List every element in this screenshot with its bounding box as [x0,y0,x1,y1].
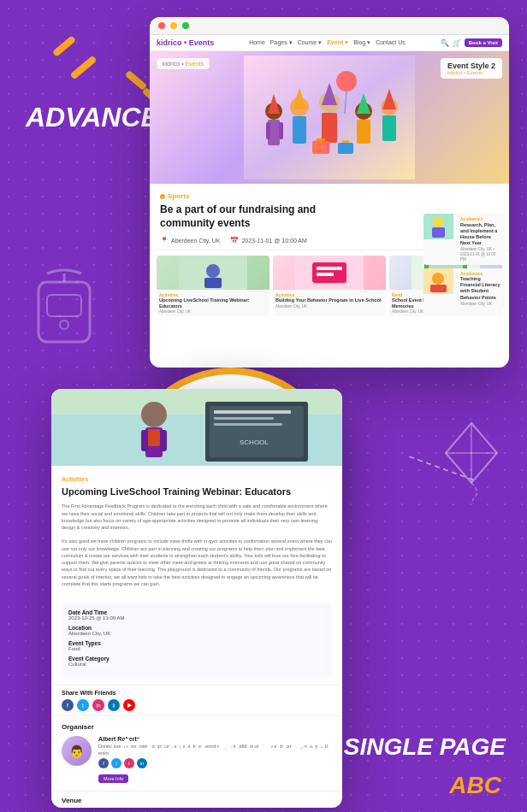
backpack-illustration [26,265,111,368]
single-hero-image: SCHOOL [51,389,342,466]
svg-rect-26 [315,140,317,154]
advanced-single-page-label: ADVANCED EVENT SINGLE PAGE [116,734,506,761]
right-thumbnail-list: Academics Research, Plan, and Implement … [423,214,509,309]
nav-pages[interactable]: Pages ▾ [270,39,293,46]
venue-title: Venue [62,797,332,804]
book-visit-button[interactable]: Book a Visit [465,38,502,47]
event-list-browser-card: kidrico • Events Home Pages ▾ Course ▾ E… [150,17,509,368]
facebook-share-icon[interactable]: f [62,699,74,711]
nav-home[interactable]: Home [249,39,265,46]
single-details-mini: Date And Time 2023-10-25 @ 11:00 AM Loca… [62,603,332,678]
thumb-img-2 [423,268,453,294]
single-body-text-2: It's also good we have children programs… [62,538,332,587]
linkedin-share-icon[interactable]: li [108,699,120,711]
event-meta: 📍 Aberdeen City, UK 📅 2023-11-01 @ 10:00… [160,237,362,244]
nav-logo: kidrico • Events [157,38,214,47]
svg-rect-11 [293,116,306,144]
svg-point-37 [206,264,220,278]
svg-rect-51 [160,430,167,451]
organiser-facebook-icon[interactable]: f [98,758,109,768]
svg-rect-14 [322,113,337,143]
event-breadcrumb: kidrico • Events [447,70,495,75]
mini-meta-2: Aberdeen City, UK [275,304,383,309]
svg-rect-35 [430,285,447,292]
svg-rect-28 [338,143,353,154]
event-category-label: Sports [160,192,362,200]
svg-point-3 [60,321,68,329]
single-body-text-1: The First Advantage Feedback Program is … [62,503,332,531]
mini-meta-3: Aberdeen City, UK [392,309,500,314]
mini-detail-datetime-label: Date And Time [68,609,325,615]
svg-rect-7 [266,122,270,139]
share-label: Share With Friends [62,690,332,696]
mini-event-text-2: Activities Building Your Behavior Progra… [273,290,386,311]
svg-rect-27 [321,140,323,154]
mini-detail-event-types-label: Event Types [68,640,325,646]
nav-items: Home Pages ▾ Course ▾ Event ▾ Blog ▾ Con… [249,39,406,46]
single-event-title: Upcoming LiveSchool Training Webinar: Ed… [62,485,332,497]
event-style-title: Event Style 2 [447,62,495,70]
mini-detail-event-category-label: Event Category [68,656,325,662]
svg-point-16 [336,71,357,91]
breadcrumb-overlay: kidrico • Events [157,58,210,69]
event-info-section: Sports Be a part of our fundraising and … [150,184,509,250]
mini-detail-datetime-value: 2023-10-25 @ 11:00 AM [68,615,325,621]
browser-bar [150,17,509,35]
thumb-title-2: Teaching Financial Literacy with Student… [460,276,502,301]
organiser-title: Organiser [62,723,332,731]
browser-dot-yellow [170,22,177,29]
mini-detail-location-label: Location [68,625,325,631]
share-icons: f t in li ▶ [62,699,332,711]
student-scene: SCHOOL [51,389,342,466]
hero-area: kidrico • Events [150,51,509,184]
instagram-share-icon[interactable]: in [92,699,104,711]
mini-detail-location-value: Aberdeen City, UK [68,631,325,636]
thumbnail-card-2[interactable]: Academics Teaching Financial Literacy wi… [423,268,505,309]
svg-rect-1 [47,295,81,316]
mini-detail-location: Location Aberdeen City, UK [68,625,325,636]
mini-event-text-1: Activities Upcoming LiveSchool Training … [157,290,269,316]
main-event-card: Sports Be a part of our fundraising and … [150,184,372,250]
browser-nav: kidrico • Events Home Pages ▾ Course ▾ E… [150,35,509,51]
twitter-share-icon[interactable]: t [77,699,89,711]
mini-event-img-1 [157,256,269,290]
mini-event-card-2[interactable]: Activities Building Your Behavior Progra… [273,256,386,316]
nav-event[interactable]: Event ▾ [327,39,348,46]
calendar-icon: 📅 [230,237,239,244]
thumb-img-1 [423,214,453,239]
single-event-content: Activities Upcoming LiveSchool Training … [51,466,342,603]
venue-section: Venue [51,791,342,808]
mini-title-2: Building Your Behavior Program in Live S… [275,297,383,303]
browser-dot-red [158,22,165,29]
mini-meta-1: Aberdeen City, UK [159,309,267,314]
mini-event-card-1[interactable]: Activities Upcoming LiveSchool Training … [157,256,269,316]
search-icon[interactable]: 🔍 [441,39,449,47]
mini-detail-event-types: Event Types Food [68,640,325,651]
svg-rect-8 [279,122,283,139]
nav-course[interactable]: Course ▾ [298,39,323,46]
mini-title-1: Upcoming LiveSchool Training Webinar: Ed… [159,297,267,309]
event-location: 📍 Aberdeen City, UK [160,237,220,244]
more-info-button[interactable]: More Info [98,774,128,783]
mini-detail-event-category: Event Category Cultural [68,656,325,667]
thumb-text-2: Academics Teaching Financial Literacy wi… [458,268,505,309]
single-event-category: Activities [62,476,332,482]
nav-right: 🔍 🛒 Book a Visit [441,38,502,47]
mini-detail-event-types-value: Food [68,646,325,651]
youtube-share-icon[interactable]: ▶ [123,699,135,711]
abc-logo: ABC [449,772,501,799]
event-title: Be a part of our fundraising and communi… [160,203,362,230]
cart-icon[interactable]: 🛒 [453,39,461,47]
nav-contact[interactable]: Contact Us [376,39,406,46]
svg-rect-32 [432,227,445,238]
svg-rect-22 [382,115,396,141]
svg-rect-50 [141,430,148,451]
nav-blog[interactable]: Blog ▾ [353,39,370,46]
svg-rect-19 [357,120,370,144]
event-date: 📅 2023-11-01 @ 10:00 AM [230,237,306,244]
svg-rect-57 [214,423,282,426]
event-style-overlay: Event Style 2 kidrico • Events [441,58,502,79]
thumbnail-card-1[interactable]: Academics Research, Plan, and Implement … [423,214,505,265]
mini-event-img-2 [273,256,386,290]
thumb-location-1: Aberdeen City, UK • 2023-11-01 @ 10:00 P… [460,247,502,262]
